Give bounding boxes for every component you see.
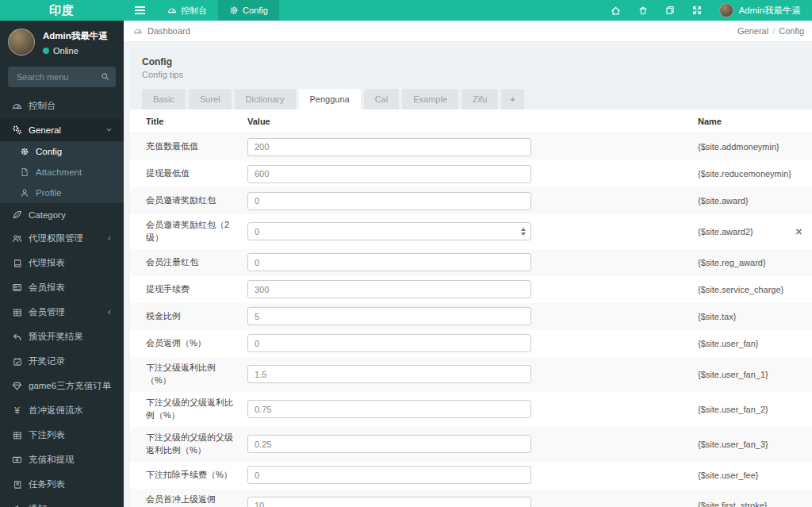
copy-icon[interactable] [665, 6, 675, 15]
menu-label: General [29, 125, 61, 135]
tab-basic[interactable]: Basic [142, 89, 186, 109]
tasks-icon [11, 480, 23, 490]
sidebar-item-game6-orders[interactable]: game6三方充值订单 [0, 374, 124, 398]
sidebar-item-preset-results[interactable]: 预设开奖结果 [0, 325, 124, 349]
sidebar-item-agent-reports[interactable]: 代理报表 [0, 251, 124, 275]
config-value-number-input[interactable] [247, 222, 531, 240]
config-value-input[interactable] [247, 466, 531, 484]
menu-label: 充值和提现 [29, 454, 75, 466]
panel-subtitle: Config tips [142, 70, 800, 79]
config-value-input[interactable] [247, 307, 531, 325]
config-value-input[interactable] [247, 334, 531, 352]
search-input[interactable] [8, 67, 116, 87]
tab-pengguna[interactable]: Pengguna [299, 89, 361, 109]
sidebar-item-agent-permissions[interactable]: 代理权限管理 [0, 226, 124, 251]
config-value-input[interactable] [247, 138, 531, 156]
gem-icon [11, 381, 23, 391]
sidebar-item-task-list[interactable]: 任务列表 [0, 472, 124, 497]
user-menu[interactable]: Admin我最牛逼 [719, 3, 801, 17]
number-spinner[interactable] [521, 228, 526, 236]
add-tab-button[interactable]: + [501, 89, 523, 109]
sidebar-item-member-management[interactable]: 会员管理 [0, 300, 124, 325]
book-icon [11, 259, 23, 268]
menu-label: 通知 [29, 503, 47, 507]
table-icon [11, 308, 23, 317]
sidebar-item-first-deposit-rebate[interactable]: ¥ 首冲返佣流水 [0, 398, 124, 423]
trash-icon[interactable] [638, 6, 648, 15]
dashboard-icon [11, 101, 23, 111]
tab-cai[interactable]: Cai [364, 89, 400, 109]
app-logo[interactable]: 印度 [0, 0, 124, 21]
config-value-input[interactable] [247, 165, 531, 183]
tab-surel[interactable]: Surel [189, 89, 232, 109]
topbar-tab-config[interactable]: Config [218, 0, 279, 21]
calendar-icon [11, 357, 23, 367]
user-status: Online [43, 46, 108, 56]
home-icon[interactable] [611, 6, 621, 16]
sidebar-item-config[interactable]: Config [0, 141, 124, 162]
menu-label: 首冲返佣流水 [29, 405, 83, 417]
config-value-input[interactable] [247, 497, 531, 507]
table-row: 会员邀请奖励红包 {$site.award} [130, 187, 812, 214]
config-value-input[interactable] [247, 192, 531, 210]
tab-zifu[interactable]: Zifu [462, 89, 498, 109]
config-value-input[interactable] [247, 280, 531, 298]
expand-icon[interactable] [692, 6, 702, 15]
user-icon [19, 188, 30, 198]
chevron-down-icon [105, 126, 113, 133]
sidebar-item-dashboard[interactable]: 控制台 [0, 94, 124, 118]
menu-label: Config [36, 147, 62, 156]
spinner-up-icon[interactable] [521, 228, 526, 231]
menu-label: game6三方充值订单 [29, 380, 111, 392]
breadcrumb-section[interactable]: General [737, 26, 768, 36]
sidebar-item-draw-records[interactable]: 开奖记录 [0, 349, 124, 374]
topbar-tab-label: Config [243, 6, 268, 15]
tab-dictionary[interactable]: Dictionary [235, 89, 296, 109]
username: Admin我最牛逼 [738, 5, 801, 17]
table-row: 下注父级返利比例（%） {$site.user_fan_1} [130, 357, 812, 392]
config-value-input[interactable] [247, 400, 531, 418]
config-value-input[interactable] [247, 365, 531, 383]
avatar [8, 29, 35, 56]
menu-label: Profile [36, 188, 62, 198]
spinner-down-icon[interactable] [521, 232, 526, 236]
menu-label: Attachment [36, 167, 82, 177]
breadcrumb: Dashboard General / Config [124, 21, 812, 42]
menu-label: 控制台 [29, 100, 56, 112]
menu-label: 代理权限管理 [29, 232, 83, 244]
config-value-input[interactable] [247, 253, 531, 271]
sidebar-item-member-reports[interactable]: 会员报表 [0, 275, 124, 300]
sidebar-item-attachment[interactable]: Attachment [0, 162, 124, 182]
users-icon [11, 233, 23, 244]
table-row: 会员注册红包 {$site.reg_award} [130, 249, 812, 276]
panel-title: Config [142, 56, 800, 67]
topbar-tab-dashboard[interactable]: 控制台 [156, 0, 218, 21]
sidebar-user-name: Admin我最牛逼 [43, 29, 108, 42]
delete-row-icon[interactable] [795, 228, 802, 235]
chevron-left-icon [106, 309, 113, 316]
sidebar-user-panel: Admin我最牛逼 Online [0, 21, 124, 63]
sidebar-item-bet-list[interactable]: 下注列表 [0, 423, 124, 447]
sidebar-menu: 控制台 General Config Attachment Profile [0, 94, 124, 507]
breadcrumb-left[interactable]: Dashboard [133, 26, 190, 36]
breadcrumb-right: General / Config [737, 26, 804, 36]
sidebar-item-category[interactable]: Category [0, 203, 124, 226]
menu-label: 预设开奖结果 [29, 331, 83, 343]
sidebar-item-deposit-withdraw[interactable]: 充值和提现 [0, 447, 124, 472]
id-card-icon [11, 282, 23, 293]
sidebar-item-general[interactable]: General [0, 118, 124, 141]
main-content: Dashboard General / Config Config Config… [124, 21, 812, 507]
topbar-tab-label: 控制台 [181, 5, 207, 17]
sidebar-item-notifications[interactable]: 通知 [0, 497, 124, 507]
leaf-icon [11, 209, 23, 220]
table-row: 下注扣除手续费（%） {$site.user_fee} [130, 462, 812, 489]
online-label: Online [53, 46, 79, 56]
sidebar-toggle-button[interactable] [124, 0, 156, 21]
sidebar-item-profile[interactable]: Profile [0, 182, 124, 203]
avatar [719, 3, 733, 17]
tab-example[interactable]: Example [402, 89, 458, 109]
sidebar: Admin我最牛逼 Online 控制台 General Config [0, 21, 124, 507]
search-icon[interactable] [101, 72, 109, 81]
menu-label: 开奖记录 [29, 355, 65, 367]
config-value-input[interactable] [247, 435, 531, 453]
